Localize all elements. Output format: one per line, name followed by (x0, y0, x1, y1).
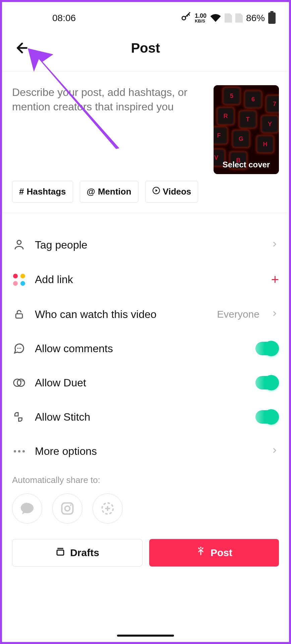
select-cover-label: Select cover (214, 160, 279, 169)
chevron-right-icon (270, 446, 279, 456)
mention-chip[interactable]: @ Mention (80, 181, 138, 203)
svg-point-9 (20, 380, 21, 381)
caption-input[interactable] (12, 85, 207, 159)
duet-icon (12, 376, 26, 390)
lock-icon (12, 307, 26, 321)
status-time: 08:06 (15, 13, 76, 23)
chevron-right-icon (270, 309, 279, 319)
svg-rect-3 (16, 314, 22, 318)
privacy-label: Who can watch this video (35, 308, 208, 321)
svg-rect-16 (57, 550, 64, 555)
drafts-icon (55, 547, 65, 559)
hashtags-chip-label: Hashtags (26, 186, 66, 197)
drafts-button[interactable]: Drafts (12, 539, 142, 567)
svg-point-13 (65, 506, 70, 511)
tag-people-label: Tag people (35, 239, 261, 251)
status-bar: 08:06 1.00 KB/S 86% (2, 2, 289, 28)
bottom-buttons: Drafts Post (2, 524, 289, 577)
header: Post (2, 28, 289, 71)
stitch-icon (12, 410, 26, 424)
privacy-value: Everyone (217, 309, 259, 320)
privacy-row[interactable]: Who can watch this video Everyone (12, 297, 279, 331)
share-story-button[interactable] (93, 493, 123, 524)
caption-area: 5 6 7 R T Y F G H V B Select cover (2, 72, 289, 181)
options-list: Tag people Add link + Who can watch this… (2, 213, 289, 472)
wifi-icon (210, 14, 221, 22)
svg-point-14 (70, 504, 71, 506)
vpn-key-icon (181, 11, 191, 24)
network-speed: 1.00 KB/S (195, 13, 207, 23)
status-right: 1.00 KB/S 86% (181, 11, 276, 24)
share-instagram-button[interactable] (52, 493, 82, 524)
svg-point-11 (23, 380, 24, 381)
add-link-row[interactable]: Add link + (12, 262, 279, 297)
svg-point-10 (21, 380, 22, 381)
mention-chip-label: Mention (98, 186, 131, 197)
svg-point-0 (182, 16, 186, 20)
page-title: Post (131, 41, 160, 56)
battery-percent: 86% (246, 13, 265, 23)
hashtags-chip[interactable]: # Hashtags (12, 181, 73, 203)
comment-icon (12, 341, 26, 356)
share-row (12, 493, 279, 524)
plus-icon: + (271, 272, 279, 287)
allow-comments-toggle[interactable] (255, 342, 279, 355)
share-label: Automatically share to: (12, 475, 279, 485)
allow-duet-label: Allow Duet (35, 377, 247, 389)
chips-row: # Hashtags @ Mention Videos (2, 181, 289, 213)
more-icon (12, 444, 26, 458)
more-options-row[interactable]: More options (12, 434, 279, 468)
home-indicator (117, 635, 174, 637)
svg-point-4 (17, 348, 18, 349)
post-label: Post (211, 547, 232, 558)
allow-comments-label: Allow comments (35, 342, 247, 355)
hash-icon: # (19, 186, 24, 197)
svg-point-2 (17, 240, 21, 245)
more-options-label: More options (35, 445, 261, 458)
chevron-right-icon (270, 240, 279, 250)
allow-duet-toggle[interactable] (255, 376, 279, 389)
apps-icon (12, 273, 26, 287)
allow-duet-row: Allow Duet (12, 366, 279, 400)
post-icon (196, 547, 206, 559)
share-section: Automatically share to: (2, 472, 289, 524)
videos-chip-label: Videos (163, 186, 191, 197)
play-circle-icon (152, 186, 160, 197)
svg-point-6 (20, 348, 21, 349)
sim-icon-2 (235, 13, 243, 23)
videos-chip[interactable]: Videos (145, 181, 198, 203)
cover-thumbnail[interactable]: 5 6 7 R T Y F G H V B Select cover (214, 85, 279, 174)
svg-point-5 (19, 348, 20, 349)
allow-comments-row: Allow comments (12, 331, 279, 366)
back-button[interactable] (12, 38, 32, 58)
battery-icon (268, 12, 276, 24)
allow-stitch-toggle[interactable] (255, 410, 279, 424)
share-sms-button[interactable] (12, 493, 42, 524)
post-button[interactable]: Post (149, 539, 279, 567)
add-link-label: Add link (35, 273, 263, 286)
at-icon: @ (87, 186, 95, 197)
allow-stitch-row: Allow Stitch (12, 400, 279, 434)
sim-icon-1 (225, 13, 232, 23)
person-icon (12, 238, 26, 252)
allow-stitch-label: Allow Stitch (35, 411, 247, 423)
tag-people-row[interactable]: Tag people (12, 228, 279, 262)
drafts-label: Drafts (70, 547, 99, 558)
